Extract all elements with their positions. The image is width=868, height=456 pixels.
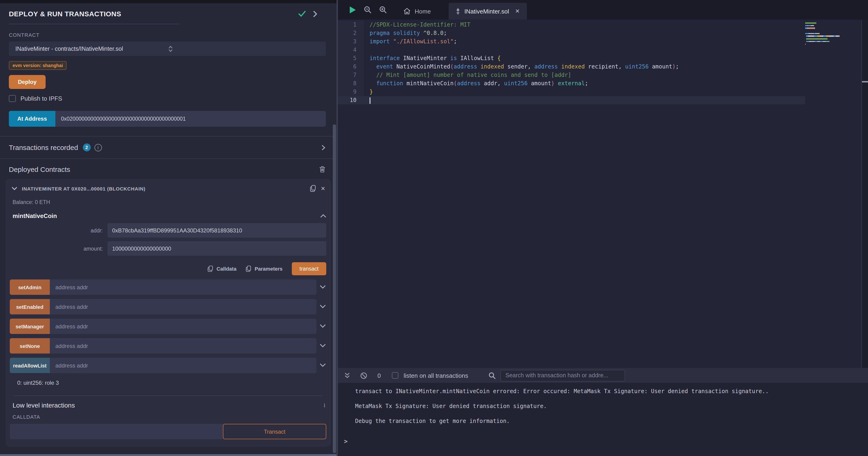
function-row-setManager: setManager bbox=[10, 319, 326, 334]
tab-inativeminter[interactable]: INativeMinter.sol ✕ bbox=[448, 3, 527, 20]
close-icon[interactable]: ✕ bbox=[515, 8, 520, 15]
instance-balance: Balance: 0 ETH bbox=[12, 199, 326, 205]
terminal-log-line: transact to INativeMinter.mintNativeCoin… bbox=[355, 388, 863, 395]
minimap-line bbox=[805, 28, 862, 29]
code-line-7[interactable]: 7 // Mint [amount] number of native coin… bbox=[338, 71, 805, 79]
chevron-down-icon[interactable] bbox=[319, 363, 326, 368]
editor-overview-ruler[interactable] bbox=[862, 20, 868, 368]
code-text: interface INativeMinter is IAllowList { bbox=[364, 54, 805, 62]
readAllowList-button[interactable]: readAllowList bbox=[10, 358, 50, 373]
editor-area: Home INativeMinter.sol ✕ 1//SPDX-License… bbox=[338, 0, 868, 456]
setAdmin-args-input[interactable] bbox=[50, 280, 316, 295]
minimap-line bbox=[805, 44, 862, 45]
parameters-copy-button[interactable]: Parameters bbox=[246, 265, 282, 272]
setNone-button[interactable]: setNone bbox=[10, 338, 50, 353]
setManager-button[interactable]: setManager bbox=[10, 319, 50, 334]
terminal: 0 listen on all transactions transact to… bbox=[338, 368, 868, 456]
code-text: // Mint [amount] number of native coins … bbox=[364, 71, 805, 79]
low-level-transact-button[interactable]: Transact bbox=[223, 424, 326, 439]
editor-minimap[interactable] bbox=[805, 20, 862, 368]
check-icon[interactable] bbox=[298, 11, 306, 17]
code-line-6[interactable]: 6 event NativeCoinMinted(address indexed… bbox=[338, 62, 805, 71]
param-input-addr[interactable] bbox=[107, 223, 326, 237]
calldata-input[interactable] bbox=[10, 424, 223, 439]
line-number: 9 bbox=[338, 88, 364, 96]
line-number: 2 bbox=[338, 29, 364, 37]
info-icon: i bbox=[94, 144, 102, 151]
close-icon[interactable]: ✕ bbox=[321, 185, 325, 192]
panel-resize-handle[interactable] bbox=[0, 454, 337, 456]
search-icon bbox=[489, 372, 496, 379]
low-level-title: Low level interactions bbox=[12, 401, 324, 409]
minimap-line bbox=[805, 36, 862, 37]
param-label: addr: bbox=[10, 228, 107, 233]
run-play-icon[interactable] bbox=[349, 6, 356, 14]
code-line-9[interactable]: 9} bbox=[338, 88, 805, 96]
terminal-prompt: > bbox=[344, 438, 863, 445]
block-icon[interactable] bbox=[360, 372, 367, 379]
minimap-line bbox=[805, 41, 862, 42]
chevron-right-icon[interactable] bbox=[313, 10, 317, 17]
contract-label: CONTRACT bbox=[9, 32, 326, 38]
code-line-4[interactable]: 4 bbox=[338, 46, 805, 54]
terminal-log-line: Debug the transaction to get more inform… bbox=[355, 417, 863, 425]
calldata-copy-button[interactable]: Calldata bbox=[208, 265, 237, 272]
setAdmin-button[interactable]: setAdmin bbox=[10, 280, 50, 295]
chevron-down-icon[interactable] bbox=[319, 305, 326, 309]
copy-icon[interactable] bbox=[310, 185, 316, 192]
code-line-5[interactable]: 5interface INativeMinter is IAllowList { bbox=[338, 54, 805, 62]
terminal-output[interactable]: transact to INativeMinter.mintNativeCoin… bbox=[338, 383, 868, 456]
chevron-down-icon[interactable] bbox=[319, 324, 326, 329]
code-editor[interactable]: 1//SPDX-License-Identifier: MIT2pragma s… bbox=[338, 20, 868, 368]
function-row-readAllowList: readAllowList bbox=[10, 358, 326, 373]
setEnabled-args-input[interactable] bbox=[50, 299, 316, 314]
home-icon bbox=[404, 8, 410, 15]
deploy-button[interactable]: Deploy bbox=[9, 75, 45, 89]
contract-select-value: INativeMinter - contracts/INativeMinter.… bbox=[16, 46, 168, 52]
code-line-3[interactable]: 3import "./IAllowList.sol"; bbox=[338, 37, 805, 46]
chevron-down-icon[interactable] bbox=[319, 344, 326, 348]
listen-all-checkbox[interactable] bbox=[392, 372, 398, 379]
minimap-line bbox=[805, 33, 862, 34]
code-line-2[interactable]: 2pragma solidity ^0.8.0; bbox=[338, 29, 805, 37]
function-pill: readAllowList bbox=[10, 358, 316, 373]
code-line-8[interactable]: 8 function mintNativeCoin(address addr, … bbox=[338, 79, 805, 88]
setEnabled-button[interactable]: setEnabled bbox=[10, 299, 50, 314]
code-line-10[interactable]: 10 bbox=[338, 96, 805, 104]
minimap-line bbox=[805, 46, 862, 47]
chevron-down-icon[interactable] bbox=[12, 187, 17, 190]
instance-header[interactable]: INATIVEMINTER AT 0X020...00001 (BLOCKCHA… bbox=[10, 183, 326, 193]
setManager-args-input[interactable] bbox=[50, 319, 316, 334]
transact-button[interactable]: transact bbox=[292, 262, 326, 275]
contract-select[interactable]: INativeMinter - contracts/INativeMinter.… bbox=[9, 41, 326, 56]
terminal-search-input[interactable] bbox=[500, 370, 625, 381]
listen-count: 0 bbox=[377, 372, 381, 379]
calldata-section-label: CALLDATA bbox=[12, 414, 326, 420]
divider bbox=[13, 395, 322, 396]
title-underline bbox=[9, 24, 179, 24]
code-text: import "./IAllowList.sol"; bbox=[364, 37, 805, 46]
call-output: 0: uint256: role 3 bbox=[17, 380, 326, 386]
panel-scrollbar[interactable] bbox=[333, 124, 336, 453]
chevron-up-icon[interactable] bbox=[320, 214, 326, 218]
code-text bbox=[364, 46, 805, 54]
param-input-amount[interactable] bbox=[107, 241, 326, 256]
page-title: DEPLOY & RUN TRANSACTIONS bbox=[9, 10, 298, 18]
zoom-in-icon[interactable] bbox=[379, 6, 387, 13]
at-address-input[interactable] bbox=[55, 111, 326, 127]
trash-icon[interactable] bbox=[319, 166, 325, 173]
tab-home[interactable]: Home bbox=[397, 3, 437, 20]
collapse-double-chevron-icon[interactable] bbox=[344, 372, 350, 378]
chevron-down-icon[interactable] bbox=[319, 285, 326, 289]
chevron-right-icon[interactable] bbox=[321, 145, 325, 150]
at-address-button[interactable]: At Address bbox=[9, 111, 55, 127]
instance-title: INATIVEMINTER AT 0X020...00001 (BLOCKCHA… bbox=[22, 186, 305, 191]
setNone-args-input[interactable] bbox=[50, 338, 316, 353]
zoom-out-icon[interactable] bbox=[364, 6, 371, 13]
code-line-1[interactable]: 1//SPDX-License-Identifier: MIT bbox=[338, 21, 805, 29]
deployed-contracts-title: Deployed Contracts bbox=[9, 165, 319, 173]
publish-ipfs-checkbox[interactable] bbox=[9, 95, 16, 102]
deploy-run-panel: DEPLOY & RUN TRANSACTIONS CONTRACT INati… bbox=[0, 3, 337, 456]
terminal-toolbar: 0 listen on all transactions bbox=[338, 368, 868, 383]
readAllowList-args-input[interactable] bbox=[50, 358, 316, 373]
